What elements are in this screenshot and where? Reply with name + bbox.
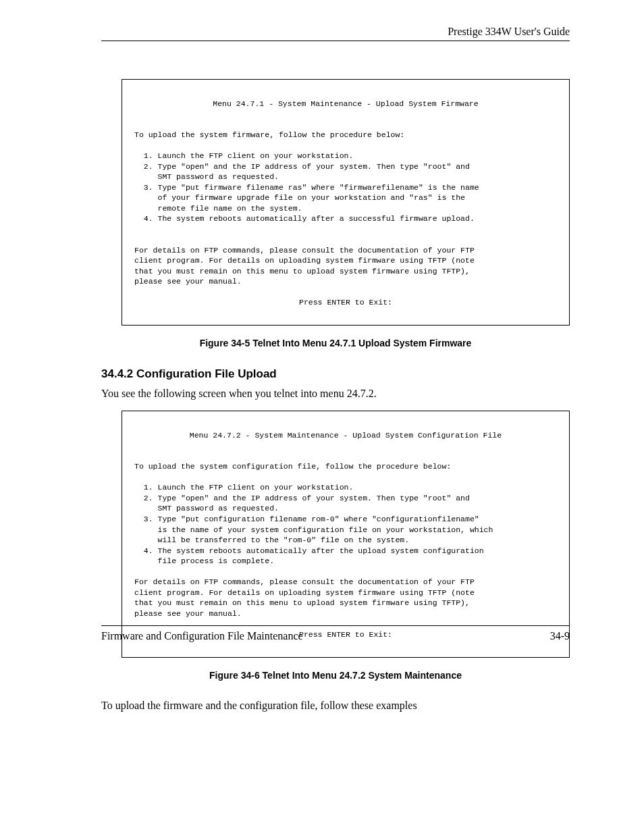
terminal-2-step3a: 3. Type "put configuration filename rom-… <box>134 515 479 523</box>
terminal-1-step3a: 3. Type "put firmware filename ras" wher… <box>134 183 479 192</box>
figure-caption-2: Figure 34-6 Telnet Into Menu 24.7.2 Syst… <box>101 670 570 681</box>
section-heading: 34.4.2 Configuration File Upload <box>101 367 570 381</box>
terminal-box-2: Menu 24.7.2 - System Maintenance - Uploa… <box>122 411 570 657</box>
header-title: Prestige 334W User's Guide <box>448 26 570 37</box>
closing-text: To upload the firmware and the configura… <box>101 700 570 712</box>
page-footer: Firmware and Configuration File Maintena… <box>101 625 570 642</box>
terminal-2-step4b: file process is complete. <box>134 556 274 565</box>
terminal-1-details3: that you must remain on this menu to upl… <box>134 267 470 276</box>
footer-left: Firmware and Configuration File Maintena… <box>101 630 303 642</box>
terminal-1-exit: Press ENTER to Exit: <box>134 297 557 308</box>
terminal-1-step3c: remote file name on the system. <box>134 204 302 213</box>
terminal-2-step2b: SMT password as requested. <box>134 504 279 513</box>
terminal-1-step4: 4. The system reboots automatically afte… <box>134 214 475 223</box>
terminal-1-intro: To upload the system firmware, follow th… <box>134 130 404 139</box>
terminal-1-details2: client program. For details on uploading… <box>134 256 475 265</box>
terminal-1-title: Menu 24.7.1 - System Maintenance - Uploa… <box>134 99 557 109</box>
terminal-2-step3b: is the name of your system configuration… <box>134 525 493 534</box>
terminal-box-1: Menu 24.7.1 - System Maintenance - Uploa… <box>122 79 570 325</box>
figure-caption-1: Figure 34-5 Telnet Into Menu 24.7.1 Uplo… <box>101 338 570 348</box>
terminal-1-step2b: SMT password as requested. <box>134 172 279 181</box>
page-header: Prestige 334W User's Guide <box>101 26 570 41</box>
terminal-1-step2a: 2. Type "open" and the IP address of you… <box>134 162 470 171</box>
terminal-1-details4: please see your manual. <box>134 277 242 286</box>
terminal-2-details2: client program. For details on uploading… <box>134 588 475 597</box>
terminal-1-step1: 1. Launch the FTP client on your worksta… <box>134 151 353 160</box>
terminal-2-details4: please see your manual. <box>134 609 242 618</box>
terminal-2-step4a: 4. The system reboots automatically afte… <box>134 546 484 555</box>
terminal-2-details3: that you must remain on this menu to upl… <box>134 598 470 607</box>
terminal-2-details1: For details on FTP commands, please cons… <box>134 577 475 586</box>
page: Prestige 334W User's Guide Menu 24.7.1 -… <box>0 0 644 834</box>
terminal-2-title: Menu 24.7.2 - System Maintenance - Uploa… <box>134 430 557 441</box>
terminal-2-intro: To upload the system configuration file,… <box>134 462 451 471</box>
terminal-2-step1: 1. Launch the FTP client on your worksta… <box>134 483 353 492</box>
footer-right: 34-9 <box>550 630 570 642</box>
terminal-1-step3b: of your firmware upgrade file on your wo… <box>134 193 465 202</box>
section-intro: You see the following screen when you te… <box>101 388 570 400</box>
terminal-1-details1: For details on FTP commands, please cons… <box>134 246 475 255</box>
terminal-2-step3c: will be transferred to the "rom-0" file … <box>134 536 409 544</box>
terminal-2-step2a: 2. Type "open" and the IP address of you… <box>134 494 470 502</box>
